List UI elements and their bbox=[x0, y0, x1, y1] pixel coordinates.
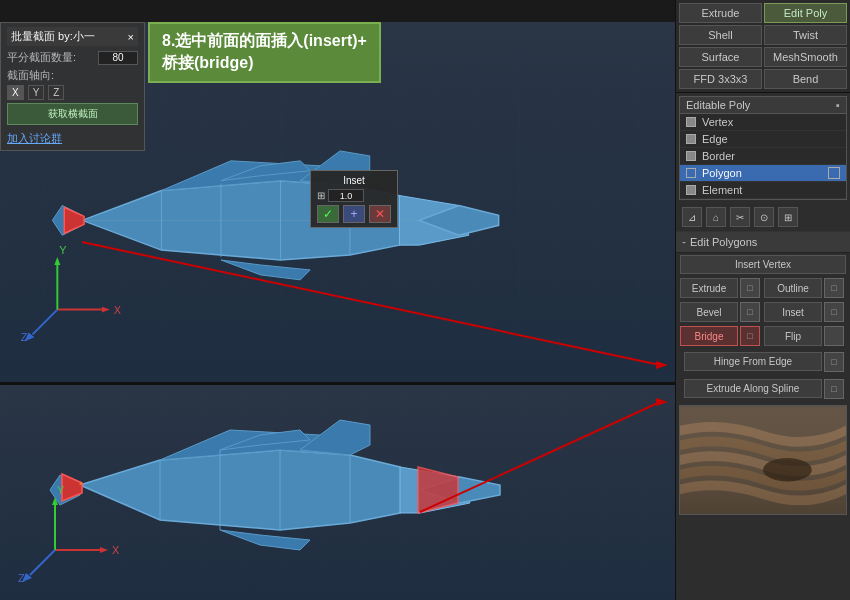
panel-title: 批量截面 by:小一 × bbox=[7, 27, 138, 46]
extrude-along-sq-btn[interactable]: □ bbox=[824, 379, 844, 399]
stack-vertex[interactable]: Vertex bbox=[680, 114, 846, 131]
axis-y-btn[interactable]: Y bbox=[28, 85, 45, 100]
ep-flip-btn[interactable]: Flip bbox=[764, 326, 822, 346]
shell-btn[interactable]: Shell bbox=[679, 25, 762, 45]
ep-outline-sq-btn[interactable]: □ bbox=[824, 278, 844, 298]
edit-poly-btn[interactable]: Edit Poly bbox=[764, 3, 847, 23]
inset-popup-title: Inset bbox=[317, 175, 391, 186]
ep-flip-sq-btn[interactable] bbox=[824, 326, 844, 346]
bevel-inset-row: Bevel □ Inset □ bbox=[676, 300, 850, 324]
ep-bridge-btn[interactable]: Bridge bbox=[680, 326, 738, 346]
annotation-line2: 桥接(bridge) bbox=[162, 52, 367, 74]
modifier-stack: Editable Poly ▪ Vertex Edge Border Polyg… bbox=[679, 96, 847, 200]
slice-count-input[interactable] bbox=[98, 51, 138, 65]
ep-inset-btn[interactable]: Inset bbox=[764, 302, 822, 322]
surface-btn[interactable]: Surface bbox=[679, 47, 762, 67]
hinge-row: Hinge From Edge □ bbox=[676, 348, 850, 375]
stack-edge[interactable]: Edge bbox=[680, 131, 846, 148]
meshsmooth-btn[interactable]: MeshSmooth bbox=[764, 47, 847, 67]
tool-icon-2[interactable]: ⌂ bbox=[706, 207, 726, 227]
svg-text:X: X bbox=[112, 544, 120, 556]
annotation-box: 8.选中前面的面插入(insert)+ 桥接(bridge) bbox=[148, 22, 381, 83]
stack-polygon[interactable]: Polygon bbox=[680, 165, 846, 182]
inset-cancel-btn[interactable]: ✕ bbox=[369, 205, 391, 223]
panel-topleft: 批量截面 by:小一 × 平分截面数量: 截面轴向: X Y Z 获取横截面 加… bbox=[0, 22, 145, 151]
section-collapse-btn[interactable]: - bbox=[682, 235, 686, 249]
bend-btn[interactable]: Bend bbox=[764, 69, 847, 89]
bridge-flip-row: Bridge □ Flip bbox=[676, 324, 850, 348]
stack-collapse-btn[interactable]: ▪ bbox=[836, 99, 840, 111]
close-btn[interactable]: × bbox=[128, 31, 134, 43]
ep-extrude-sq-btn[interactable]: □ bbox=[740, 278, 760, 298]
right-panel: Extrude Edit Poly Shell Twist Surface Me… bbox=[675, 0, 850, 600]
get-cross-btn[interactable]: 获取横截面 bbox=[7, 103, 138, 125]
extrude-along-row: Extrude Along Spline □ bbox=[676, 375, 850, 402]
tool-icon-4[interactable]: ⊙ bbox=[754, 207, 774, 227]
ep-bevel-sq-btn[interactable]: □ bbox=[740, 302, 760, 322]
axis-x-btn[interactable]: X bbox=[7, 85, 24, 100]
toolbar-icons-row: ⊿ ⌂ ✂ ⊙ ⊞ bbox=[676, 203, 850, 232]
stack-element[interactable]: Element bbox=[680, 182, 846, 199]
axis-label: 截面轴向: bbox=[7, 68, 138, 83]
ep-outline-btn[interactable]: Outline bbox=[764, 278, 822, 298]
thumbnail-image bbox=[679, 405, 847, 515]
svg-text:Z: Z bbox=[18, 572, 25, 584]
edit-polygons-header: - Edit Polygons bbox=[676, 232, 850, 253]
stack-title: Editable Poly ▪ bbox=[680, 97, 846, 114]
extrude-along-btn[interactable]: Extrude Along Spline bbox=[684, 379, 822, 398]
insert-vertex-btn[interactable]: Insert Vertex bbox=[680, 255, 846, 274]
twist-btn[interactable]: Twist bbox=[764, 25, 847, 45]
svg-text:X: X bbox=[114, 304, 122, 316]
ep-bevel-btn[interactable]: Bevel bbox=[680, 302, 738, 322]
svg-rect-55 bbox=[680, 406, 846, 513]
border-indicator bbox=[686, 151, 696, 161]
inset-popup: Inset ⊞ ✓ + ✕ bbox=[310, 170, 398, 228]
vertex-indicator bbox=[686, 117, 696, 127]
viewport-divider bbox=[0, 382, 675, 385]
tool-icon-3[interactable]: ✂ bbox=[730, 207, 750, 227]
ep-extrude-btn[interactable]: Extrude bbox=[680, 278, 738, 298]
inset-icon: ⊞ bbox=[317, 190, 325, 201]
inset-add-btn[interactable]: + bbox=[343, 205, 365, 223]
element-indicator bbox=[686, 185, 696, 195]
edge-indicator bbox=[686, 134, 696, 144]
inset-value-input[interactable] bbox=[328, 189, 364, 202]
svg-text:Z: Z bbox=[21, 331, 28, 343]
top-buttons-area: Extrude Edit Poly Shell Twist Surface Me… bbox=[676, 0, 850, 93]
stack-border[interactable]: Border bbox=[680, 148, 846, 165]
polygon-active-indicator bbox=[828, 167, 840, 179]
hinge-sq-btn[interactable]: □ bbox=[824, 352, 844, 372]
hinge-btn[interactable]: Hinge From Edge bbox=[684, 352, 822, 371]
extrude-outline-row: Extrude □ Outline □ bbox=[676, 276, 850, 300]
svg-text:Y: Y bbox=[57, 484, 65, 496]
ep-bridge-sq-btn[interactable]: □ bbox=[740, 326, 760, 346]
ep-inset-sq-btn[interactable]: □ bbox=[824, 302, 844, 322]
extrude-btn[interactable]: Extrude bbox=[679, 3, 762, 23]
tool-icon-5[interactable]: ⊞ bbox=[778, 207, 798, 227]
discussion-link[interactable]: 加入讨论群 bbox=[7, 131, 138, 146]
polygon-indicator bbox=[686, 168, 696, 178]
ffd-btn[interactable]: FFD 3x3x3 bbox=[679, 69, 762, 89]
viewport-bottom: X Y Z Bridge Polygons Twist 1 ⊞ △ ⌒ ⊡ bbox=[0, 385, 675, 600]
tool-icon-1[interactable]: ⊿ bbox=[682, 207, 702, 227]
svg-text:Y: Y bbox=[59, 244, 67, 256]
slice-count-label: 平分截面数量: bbox=[7, 50, 95, 65]
inset-confirm-btn[interactable]: ✓ bbox=[317, 205, 339, 223]
annotation-line1: 8.选中前面的面插入(insert)+ bbox=[162, 30, 367, 52]
axis-z-btn[interactable]: Z bbox=[48, 85, 64, 100]
